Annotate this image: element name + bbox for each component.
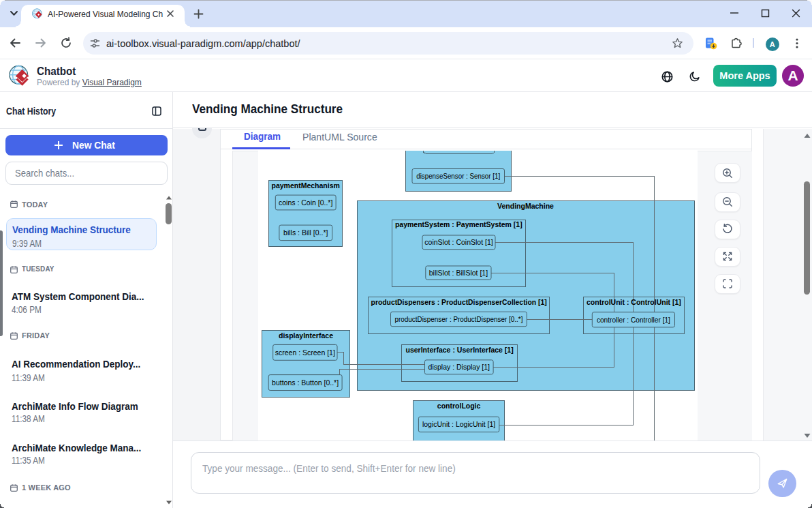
svg-text:billSlot : BillSlot [1]: billSlot : BillSlot [1] xyxy=(429,269,488,277)
svg-text:controlLogic: controlLogic xyxy=(437,402,481,410)
svg-text:controlUnit : ControlUnit [1]: controlUnit : ControlUnit [1] xyxy=(587,298,681,306)
svg-text:logicUnit : LogicUnit [1]: logicUnit : LogicUnit [1] xyxy=(422,420,495,428)
svg-text:screen : Screen [1]: screen : Screen [1] xyxy=(275,348,335,357)
svg-text:display : Display [1]: display : Display [1] xyxy=(428,363,490,371)
svg-text:displayInterface: displayInterface xyxy=(279,331,333,340)
svg-text:bills : Bill [0..*]: bills : Bill [0..*] xyxy=(283,228,328,237)
svg-text:paymentSystem : PaymentSystem: paymentSystem : PaymentSystem [1] xyxy=(395,220,522,228)
svg-text:productDispenser : ProductDisp: productDispenser : ProductDispenser [0..… xyxy=(394,315,522,323)
svg-text:dispenseSensor : Sensor [1]: dispenseSensor : Sensor [1] xyxy=(416,172,500,180)
svg-text:VendingMachine: VendingMachine xyxy=(497,202,554,210)
svg-text:userInterface : UserInterface: userInterface : UserInterface [1] xyxy=(406,346,514,354)
svg-text:controller : Controller [1]: controller : Controller [1] xyxy=(597,316,670,324)
svg-text:coins : Coin [0..*]: coins : Coin [0..*] xyxy=(279,198,332,207)
svg-text:coinSlot : CoinSlot [1]: coinSlot : CoinSlot [1] xyxy=(424,238,493,246)
svg-text:buttons : Button [0..*]: buttons : Button [0..*] xyxy=(272,378,339,387)
svg-text:paymentMechanism: paymentMechanism xyxy=(272,181,340,190)
svg-text:productDispensers : ProductDis: productDispensers : ProductDispenserColl… xyxy=(371,298,547,306)
